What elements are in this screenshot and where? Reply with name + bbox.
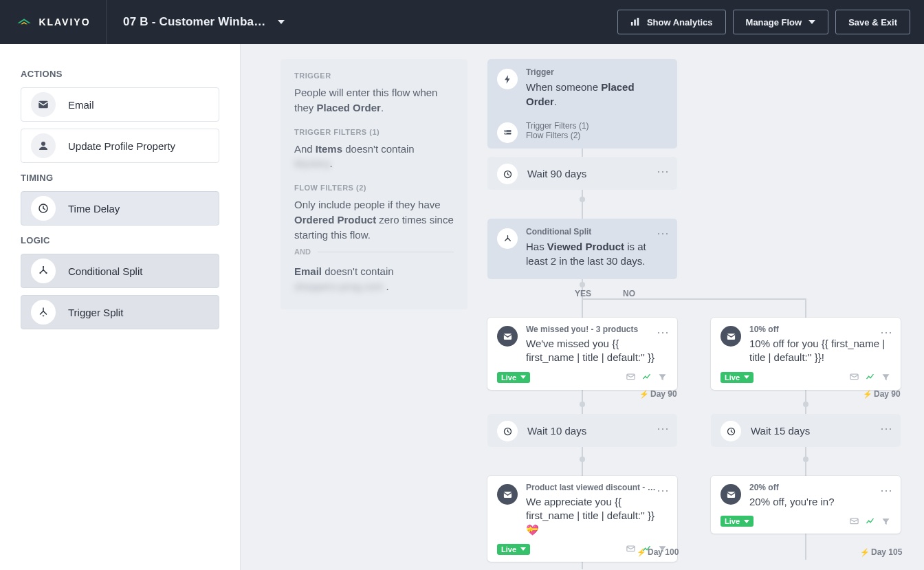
flow-canvas[interactable]: YES NO TRIGGER People will enter this fl… — [241, 44, 924, 570]
save-exit-button[interactable]: Save & Exit — [835, 10, 910, 34]
palette-trigger-split[interactable]: Trigger Split — [21, 295, 219, 329]
section-heading-actions: ACTIONS — [21, 69, 219, 79]
node-menu-button[interactable] — [880, 325, 894, 340]
connector-dot — [580, 197, 585, 202]
trigger-description: People will enter this flow when they Pl… — [294, 85, 454, 116]
wait-text: Wait 15 days — [751, 424, 810, 438]
svg-point-4 — [41, 142, 45, 146]
message-icon[interactable] — [849, 372, 859, 382]
email-subject: 20% off, you're in? — [749, 495, 891, 509]
svg-rect-0 — [631, 22, 633, 25]
flow-name-label: 07 B - Customer Winba… — [123, 15, 265, 29]
email-title: 10% off — [749, 325, 891, 334]
node-menu-button[interactable] — [880, 421, 894, 436]
email-footer-icons — [849, 516, 891, 527]
split-icon — [31, 259, 56, 283]
message-icon[interactable] — [849, 516, 859, 527]
filter-icon[interactable] — [881, 516, 891, 527]
svg-point-7 — [39, 272, 41, 274]
app-header: KLAVIYO 07 B - Customer Winba… Show Anal… — [0, 0, 924, 44]
node-label: Conditional Split — [526, 227, 668, 237]
email-icon — [497, 326, 518, 347]
svg-rect-11 — [505, 130, 506, 131]
email-footer-icons — [849, 372, 891, 382]
email-node[interactable]: 20% off 20% off, you're in? Live — [711, 476, 901, 534]
analytics-icon[interactable] — [865, 372, 875, 382]
email-icon — [720, 326, 741, 347]
node-menu-button[interactable] — [657, 421, 670, 436]
conditional-split-node[interactable]: Conditional Split Has Viewed Product is … — [487, 219, 677, 279]
node-menu-button[interactable] — [657, 483, 670, 498]
palette-conditional-split[interactable]: Conditional Split — [21, 254, 219, 288]
section-heading-logic: LOGIC — [21, 235, 219, 245]
status-live-badge[interactable]: Live — [720, 516, 754, 527]
day-tag: ⚡Day 90 — [639, 389, 677, 399]
palette-email[interactable]: Email — [21, 87, 219, 122]
day-tag: ⚡Day 105 — [860, 547, 902, 557]
message-icon[interactable] — [626, 544, 636, 554]
email-title: 20% off — [749, 483, 891, 492]
time-delay-node[interactable]: Wait 10 days — [487, 414, 677, 447]
label: TRIGGER FILTERS (1) — [294, 128, 454, 136]
connector-line — [582, 298, 806, 300]
email-icon — [497, 484, 518, 505]
wait-text: Wait 10 days — [527, 424, 586, 438]
trigger-info-panel: TRIGGER People will enter this flow when… — [280, 59, 468, 309]
trigger-split-icon — [31, 300, 56, 325]
email-icon — [720, 484, 741, 505]
connector-dot — [580, 282, 585, 287]
status-live-badge[interactable]: Live — [720, 372, 754, 383]
bolt-icon — [497, 69, 518, 89]
connector-dot — [580, 402, 585, 407]
message-icon[interactable] — [626, 372, 636, 382]
clock-icon — [720, 421, 741, 441]
analytics-icon[interactable] — [641, 372, 652, 382]
manage-flow-button[interactable]: Manage Flow — [733, 10, 829, 34]
show-analytics-button[interactable]: Show Analytics — [617, 10, 726, 34]
connector-dot — [580, 457, 585, 462]
section-heading-timing: TIMING — [21, 173, 219, 183]
node-menu-button[interactable] — [657, 164, 670, 179]
status-live-badge[interactable]: Live — [497, 372, 530, 383]
palette-update-profile[interactable]: Update Profile Property — [21, 129, 219, 163]
clock-icon — [31, 196, 56, 221]
time-delay-node[interactable]: Wait 15 days — [711, 414, 901, 447]
person-icon — [31, 133, 56, 158]
flow-name-dropdown[interactable]: 07 B - Customer Winba… — [107, 0, 301, 44]
clock-icon — [497, 164, 518, 184]
email-footer-icons — [626, 372, 668, 382]
time-delay-node[interactable]: Wait 90 days — [487, 157, 677, 190]
connector-dot — [803, 457, 808, 462]
node-label: Trigger — [526, 67, 668, 77]
email-title: Product last viewed discount - 3 produc… — [526, 483, 660, 492]
flow-filter: Email doesn't contain shoppers-prog.com … — [294, 264, 454, 294]
klaviyo-logo-icon — [15, 13, 33, 31]
wait-text: Wait 90 days — [527, 166, 586, 181]
email-subject: We appreciate you {{ first_name | title … — [526, 495, 668, 537]
email-title: We missed you! - 3 products — [526, 325, 668, 334]
svg-rect-12 — [505, 133, 506, 133]
brand-logo[interactable]: KLAVIYO — [0, 0, 107, 44]
component-sidebar: ACTIONS Email Update Profile Property TI… — [0, 44, 241, 570]
node-menu-button[interactable] — [657, 325, 670, 340]
analytics-icon[interactable] — [865, 516, 875, 527]
svg-point-8 — [45, 272, 47, 274]
trigger-node[interactable]: Trigger When someone Placed Order. Trigg… — [487, 59, 677, 149]
day-tag: ⚡Day 100 — [637, 547, 679, 557]
email-node[interactable]: 10% off 10% off for you {{ first_name | … — [711, 318, 901, 390]
chevron-down-icon — [808, 20, 815, 24]
split-yes-label: YES — [575, 289, 591, 298]
filter-icon[interactable] — [657, 372, 668, 382]
status-live-badge[interactable]: Live — [497, 544, 530, 555]
email-icon — [31, 92, 56, 117]
split-no-label: NO — [623, 289, 635, 298]
node-menu-button[interactable] — [657, 226, 670, 241]
email-subject: We've missed you {{ first_name | title |… — [526, 337, 668, 365]
palette-time-delay[interactable]: Time Delay — [21, 191, 219, 226]
filter-icon[interactable] — [881, 372, 891, 382]
chevron-down-icon — [278, 20, 285, 24]
svg-point-6 — [43, 266, 44, 267]
email-node[interactable]: We missed you! - 3 products We've missed… — [487, 318, 677, 390]
node-menu-button[interactable] — [880, 483, 894, 498]
flow-filter: Only include people if they have Ordered… — [294, 197, 454, 242]
